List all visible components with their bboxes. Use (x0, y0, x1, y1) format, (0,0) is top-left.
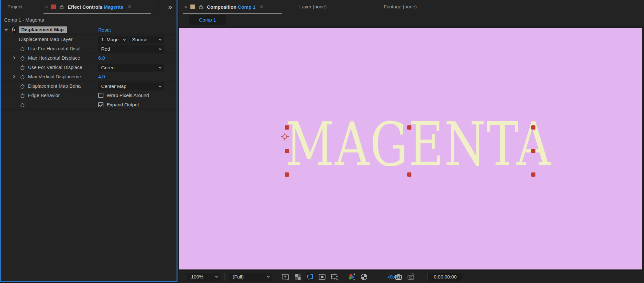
param-label: Displacement Map Beha (28, 83, 81, 89)
show-channel-icon[interactable] (348, 273, 356, 281)
param-label: Use For Horizontal Displ (28, 46, 81, 51)
max-horizontal-value[interactable]: 6,0 (98, 55, 105, 61)
toolbar-divider (389, 273, 390, 280)
selection-handle-bottom-left[interactable] (285, 172, 289, 177)
param-label: Max Vertical Displaceme (28, 74, 81, 79)
param-label: Edge Behavior (28, 93, 60, 98)
current-time-field[interactable]: 0:00:00:00 (428, 273, 463, 281)
viewer-tab-row: Comp 1 (178, 14, 644, 26)
tab-divider (42, 3, 42, 11)
selection-handle-mid-right[interactable] (531, 149, 535, 153)
close-icon[interactable]: × (45, 4, 48, 10)
viewer-toolbar: 100% (Full) (178, 270, 644, 283)
select-value: Green (101, 65, 115, 70)
region-of-interest-icon[interactable] (306, 273, 314, 281)
take-snapshot-icon[interactable] (395, 273, 402, 281)
magenta-text-layer[interactable]: MAGENTA (285, 114, 552, 174)
lock-open-icon[interactable] (198, 5, 203, 9)
composition-panel: × Composition Comp 1 ≡ Layer (none) Foot… (178, 0, 644, 283)
effect-parameter-list: fx Displacement Map Reset Displacement M… (1, 25, 177, 110)
checkbox-label: Expand Output (107, 102, 139, 107)
composition-canvas[interactable]: MAGENTA (179, 28, 642, 269)
stopwatch-icon[interactable] (20, 83, 25, 89)
effect-controls-panel: Project × Effect Controls Magenta ≡ » Co… (0, 0, 178, 282)
chevron-right-icon[interactable] (12, 56, 15, 60)
close-icon[interactable]: × (184, 4, 187, 10)
composition-viewport[interactable]: MAGENTA (178, 26, 644, 270)
source-select-value: Source (132, 37, 148, 42)
chevron-right-icon[interactable] (12, 75, 15, 78)
chevron-down-icon (267, 275, 270, 278)
safe-zones-icon[interactable] (318, 273, 326, 281)
param-row-expand-output: Expand Output (1, 100, 177, 110)
param-row-vertical-channel: Use For Vertical Displace Green (1, 63, 177, 72)
selection-handle-bottom-center[interactable] (407, 172, 411, 177)
chevron-down-icon (123, 38, 126, 41)
chevron-down-icon (159, 66, 161, 69)
vertical-channel-select[interactable]: Green (98, 64, 164, 72)
tab-layer[interactable]: Layer (none) (299, 4, 327, 9)
left-tabbar: Project × Effect Controls Magenta ≡ » (1, 0, 177, 14)
show-snapshot-icon[interactable] (407, 273, 415, 281)
param-label: Max Horizontal Displace (28, 55, 80, 61)
tab-project[interactable]: Project (7, 4, 23, 9)
stopwatch-icon[interactable] (20, 74, 25, 80)
effect-title-row[interactable]: fx Displacement Map Reset (1, 25, 177, 35)
chevron-down-icon[interactable] (4, 27, 8, 31)
effect-name[interactable]: Displacement Map (19, 26, 67, 33)
panel-group-swatch-tan (190, 5, 195, 9)
viewer-tab-comp1[interactable]: Comp 1 (189, 15, 226, 25)
chevron-down-icon (159, 47, 161, 50)
selection-handle-top-center[interactable] (407, 125, 411, 130)
resolution-value: (Full) (233, 274, 244, 279)
map-behavior-select[interactable]: Center Map (98, 83, 164, 90)
chevron-down-icon (159, 38, 161, 41)
tab-target-comp: Comp 1 (238, 4, 255, 10)
transparency-grid-icon[interactable] (294, 273, 302, 281)
layer-select-value: 1. Mage (101, 37, 119, 42)
wrap-pixels-checkbox[interactable] (98, 93, 103, 98)
panel-menu-icon[interactable]: ≡ (128, 4, 131, 10)
fast-previews-icon[interactable] (282, 273, 289, 281)
tab-footage[interactable]: Footage (none) (384, 4, 417, 9)
reset-button[interactable]: Reset (98, 27, 111, 33)
param-row-edge-behavior: Edge Behavior Wrap Pixels Around (1, 91, 177, 100)
checkbox-label: Wrap Pixels Around (107, 93, 149, 98)
layer-select[interactable]: 1. Mage (98, 36, 128, 44)
magnification-dropdown[interactable]: 100% (187, 273, 220, 281)
panel-group-swatch-red (51, 5, 56, 9)
stopwatch-icon[interactable] (20, 65, 25, 70)
stopwatch-icon[interactable] (20, 46, 25, 52)
stopwatch-icon[interactable] (20, 55, 25, 61)
right-tabbar: × Composition Comp 1 ≡ Layer (none) Foot… (178, 0, 644, 14)
expand-output-checkbox[interactable] (98, 102, 103, 107)
param-row-map-behavior: Displacement Map Beha Center Map (1, 82, 177, 91)
tab-composition[interactable]: × Composition Comp 1 ≡ (184, 4, 263, 10)
effect-controls-context-header: Comp 1 · Magenta (1, 15, 177, 25)
tab-effect-controls[interactable]: × Effect Controls Magenta ≡ (45, 4, 131, 10)
stopwatch-icon[interactable] (20, 102, 25, 108)
selection-handle-top-left[interactable] (285, 125, 289, 130)
chevron-down-icon (215, 275, 218, 278)
chevron-down-icon (159, 85, 161, 87)
param-row-displacement-map-layer: Displacement Map Layer 1. Mage Source (1, 35, 177, 44)
max-vertical-value[interactable]: 4,0 (98, 74, 105, 79)
grid-guides-icon[interactable] (331, 273, 338, 281)
anchor-point-icon[interactable] (280, 132, 289, 141)
param-label: Use For Vertical Displace (28, 64, 82, 70)
lock-open-icon[interactable] (59, 5, 64, 9)
selection-handle-mid-left[interactable] (285, 149, 289, 153)
select-value: Red (101, 46, 110, 52)
stopwatch-icon[interactable] (20, 93, 25, 98)
source-select[interactable]: Source (129, 36, 164, 44)
resolution-dropdown[interactable]: (Full) (229, 273, 272, 281)
after-effects-window: Project × Effect Controls Magenta ≡ » Co… (0, 0, 644, 283)
exposure-icon[interactable] (360, 273, 368, 281)
param-row-horizontal-channel: Use For Horizontal Displ Red (1, 44, 177, 54)
horizontal-channel-select[interactable]: Red (98, 45, 164, 53)
panel-overflow-icon[interactable]: » (168, 3, 172, 11)
selection-handle-top-right[interactable] (531, 125, 535, 130)
selection-handle-bottom-right[interactable] (531, 172, 535, 177)
select-value: Center Map (101, 83, 126, 89)
panel-menu-icon[interactable]: ≡ (260, 4, 263, 10)
